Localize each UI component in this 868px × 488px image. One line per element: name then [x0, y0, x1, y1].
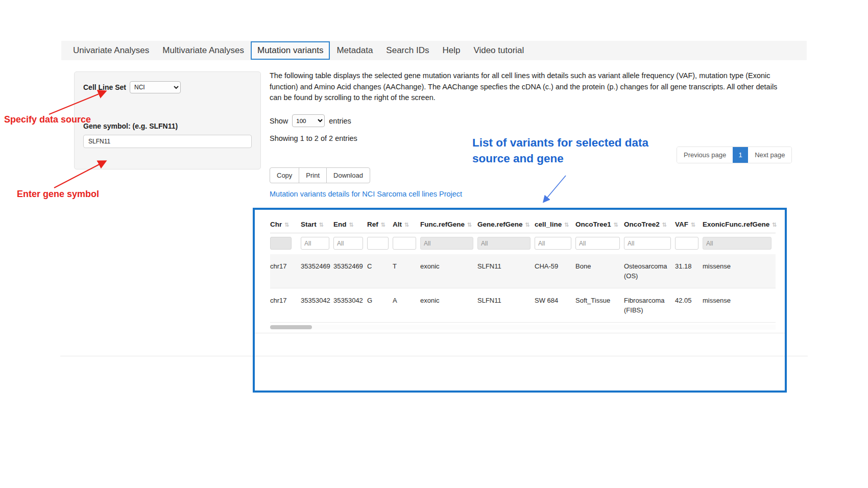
col-header-vaf[interactable]: VAF⇅ [675, 216, 703, 233]
query-panel: Cell Line Set NCI Gene symbol: (e.g. SLF… [74, 71, 261, 169]
cell-end: 35353042 [333, 288, 367, 323]
cell-gene-refgene: SLFN11 [477, 288, 535, 323]
filter-cell [624, 233, 675, 255]
filter-alt[interactable] [393, 237, 416, 250]
filter-cell [420, 233, 477, 255]
cell-line-set-select[interactable]: NCI [130, 81, 181, 93]
filter-vaf[interactable] [675, 237, 698, 250]
col-label: OncoTree1 [575, 221, 611, 228]
sort-icon: ⇅ [614, 222, 618, 228]
filter-oncotree2[interactable] [624, 237, 671, 250]
cell-exonicfunc-refgene: missense [703, 254, 776, 288]
sort-icon: ⇅ [525, 222, 530, 228]
cell-vaf: 42.05 [675, 288, 703, 323]
table-description: The following table displays the selecte… [270, 70, 778, 104]
print-button[interactable]: Print [299, 167, 327, 183]
show-entries-control: Show 100 entries [270, 114, 351, 127]
horizontal-scrollbar[interactable] [270, 325, 776, 330]
table-header-row: Chr⇅Start⇅End⇅Ref⇅Alt⇅Func.refGene⇅Gene.… [270, 216, 776, 233]
cell-alt: A [393, 288, 420, 323]
tab-video-tutorial[interactable]: Video tutorial [467, 41, 531, 60]
gene-symbol-input[interactable] [83, 135, 252, 148]
sort-icon: ⇅ [319, 222, 324, 228]
col-label: OncoTree2 [624, 221, 660, 228]
sort-icon: ⇅ [564, 222, 569, 228]
cell-func-refgene: exonic [420, 288, 477, 323]
entries-label: entries [329, 117, 351, 125]
filter-cell [270, 233, 301, 255]
variants-table: Chr⇅Start⇅End⇅Ref⇅Alt⇅Func.refGene⇅Gene.… [270, 216, 776, 323]
scrollbar-thumb[interactable] [270, 325, 312, 329]
tab-mutation-variants[interactable]: Mutation variants [251, 41, 330, 60]
table-row[interactable]: chr173535304235353042GAexonicSLFN11SW 68… [270, 288, 776, 323]
annotation-variants-list: List of variants for selected data sourc… [472, 135, 677, 166]
filter-chr[interactable] [270, 237, 292, 250]
filter-end[interactable] [333, 237, 363, 250]
gene-symbol-label: Gene symbol: (e.g. SLFN11) [83, 122, 252, 130]
tab-metadata[interactable]: Metadata [330, 41, 379, 60]
filter-exonicfunc-refgene[interactable] [703, 237, 771, 250]
col-header-oncotree2[interactable]: OncoTree2⇅ [624, 216, 675, 233]
variants-table-container: Chr⇅Start⇅End⇅Ref⇅Alt⇅Func.refGene⇅Gene.… [253, 208, 787, 393]
cell-chr: chr17 [270, 288, 301, 323]
col-header-cell-line[interactable]: cell_line⇅ [535, 216, 575, 233]
table-bottom-divider [255, 333, 785, 333]
cell-func-refgene: exonic [420, 254, 477, 288]
cell-ref: G [367, 288, 393, 323]
filter-func-refgene[interactable] [420, 237, 473, 250]
filter-gene-refgene[interactable] [477, 237, 531, 250]
filter-start[interactable] [301, 237, 329, 250]
col-header-chr[interactable]: Chr⇅ [270, 216, 301, 233]
cell-cell-line: CHA-59 [535, 254, 575, 288]
tab-help[interactable]: Help [436, 41, 467, 60]
page-number-button[interactable]: 1 [733, 147, 748, 163]
table-filter-row [270, 233, 776, 255]
cell-gene-refgene: SLFN11 [477, 254, 535, 288]
download-button[interactable]: Download [326, 167, 370, 183]
filter-cell [675, 233, 703, 255]
page-length-select[interactable]: 100 [292, 114, 325, 127]
filter-oncotree1[interactable] [575, 237, 620, 250]
col-header-alt[interactable]: Alt⇅ [393, 216, 420, 233]
col-header-ref[interactable]: Ref⇅ [367, 216, 393, 233]
col-label: Func.refGene [420, 221, 465, 228]
table-title: Mutation variants details for NCI Sarcom… [270, 190, 462, 198]
pagination: Previous page 1 Next page [677, 147, 792, 163]
col-header-func-refgene[interactable]: Func.refGene⇅ [420, 216, 477, 233]
page: Univariate AnalysesMultivariate Analyses… [0, 0, 868, 488]
previous-page-button[interactable]: Previous page [677, 147, 733, 163]
col-label: Gene.refGene [477, 221, 523, 228]
cell-start: 35352469 [301, 254, 333, 288]
tab-multivariate-analyses[interactable]: Multivariate Analyses [156, 41, 251, 60]
red-arrow-to-gene-input [50, 157, 111, 191]
table-row[interactable]: chr173535246935352469CTexonicSLFN11CHA-5… [270, 254, 776, 288]
showing-entries-status: Showing 1 to 2 of 2 entries [270, 134, 357, 142]
col-label: Start [301, 221, 317, 228]
filter-cell [535, 233, 575, 255]
col-label: VAF [675, 221, 688, 228]
col-header-exonicfunc-refgene[interactable]: ExonicFunc.refGene⇅ [703, 216, 776, 233]
filter-cell-line[interactable] [535, 237, 571, 250]
copy-button[interactable]: Copy [270, 167, 299, 183]
sort-icon: ⇅ [404, 222, 409, 228]
sort-icon: ⇅ [772, 222, 777, 228]
col-header-oncotree1[interactable]: OncoTree1⇅ [575, 216, 624, 233]
filter-ref[interactable] [367, 237, 389, 250]
next-page-button[interactable]: Next page [748, 147, 791, 163]
cell-ref: C [367, 254, 393, 288]
sort-icon: ⇅ [284, 222, 289, 228]
tab-search-ids[interactable]: Search IDs [379, 41, 436, 60]
col-header-start[interactable]: Start⇅ [301, 216, 333, 233]
col-label: cell_line [535, 221, 562, 228]
col-header-end[interactable]: End⇅ [333, 216, 367, 233]
top-nav: Univariate AnalysesMultivariate Analyses… [61, 41, 807, 60]
filter-cell [301, 233, 333, 255]
cell-oncotree2: Osteosarcoma (OS) [624, 254, 675, 288]
cell-alt: T [393, 254, 420, 288]
cell-vaf: 31.18 [675, 254, 703, 288]
export-button-group: CopyPrintDownload [270, 167, 370, 183]
tab-univariate-analyses[interactable]: Univariate Analyses [66, 41, 156, 60]
cell-oncotree1: Bone [575, 254, 624, 288]
filter-cell [333, 233, 367, 255]
col-header-gene-refgene[interactable]: Gene.refGene⇅ [477, 216, 535, 233]
